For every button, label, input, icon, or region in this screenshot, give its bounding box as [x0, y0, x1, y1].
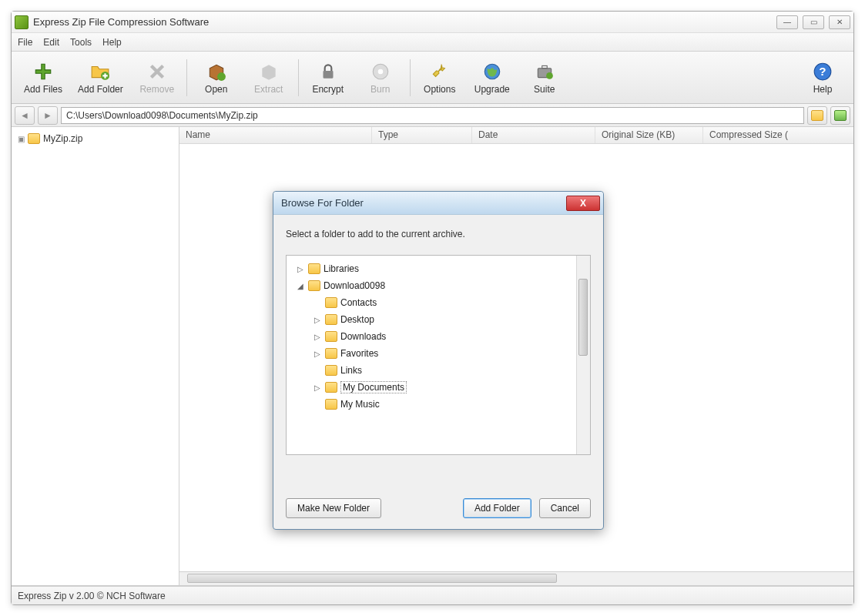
dialog-title: Browse For Folder	[281, 197, 566, 209]
dialog-instruction: Select a folder to add to the current ar…	[286, 229, 591, 239]
folder-tree-item[interactable]: ▷Favorites	[290, 345, 573, 362]
folder-icon	[325, 348, 337, 359]
tree-root-label: MyZip.zip	[43, 133, 82, 144]
close-button[interactable]: ✕	[829, 15, 850, 29]
extract-icon	[258, 61, 280, 82]
folder-tree-item[interactable]: ▷Downloads	[290, 328, 573, 345]
list-header: Name Type Date Original Size (KB) Compre…	[179, 127, 853, 144]
add-files-label: Add Files	[24, 84, 62, 95]
expander-icon[interactable]: ▷	[296, 265, 305, 273]
col-type[interactable]: Type	[372, 127, 472, 143]
svg-rect-7	[541, 65, 547, 68]
suite-button[interactable]: Suite	[518, 58, 571, 98]
expander-icon[interactable]: ▷	[313, 333, 322, 341]
folder-label: Libraries	[324, 263, 359, 274]
nav-back-button[interactable]: ◄	[15, 106, 35, 125]
dialog-body: Select a folder to add to the current ar…	[273, 215, 603, 489]
make-new-folder-button[interactable]: Make New Folder	[286, 498, 381, 518]
col-compressed-size[interactable]: Compressed Size (	[703, 127, 853, 143]
scrollbar-thumb[interactable]	[187, 574, 557, 583]
x-icon	[146, 61, 168, 82]
col-name[interactable]: Name	[179, 127, 372, 143]
svg-rect-2	[323, 70, 333, 78]
add-files-button[interactable]: Add Files	[16, 58, 70, 98]
help-button[interactable]: ? Help	[796, 58, 849, 98]
status-text: Express Zip v 2.00 © NCH Software	[18, 591, 166, 601]
expander-icon[interactable]: ◢	[296, 282, 305, 290]
folder-label: My Music	[340, 399, 380, 410]
lock-icon	[317, 61, 339, 82]
cancel-button[interactable]: Cancel	[539, 498, 591, 518]
box-open-icon	[206, 61, 227, 82]
options-label: Options	[424, 84, 455, 95]
folder-tree-item[interactable]: Links	[290, 362, 573, 379]
nav-forward-button[interactable]: ►	[38, 106, 58, 125]
folder-tree-item[interactable]: ▷My Documents	[290, 379, 573, 396]
remove-button: Remove	[131, 58, 183, 98]
folder-icon	[308, 263, 320, 274]
folder-icon	[811, 110, 823, 121]
folder-tree-item[interactable]: ◢Download0098	[290, 277, 573, 294]
expander-icon[interactable]: ▷	[313, 350, 322, 358]
folder-icon	[834, 110, 847, 121]
folder-label: My Documents	[340, 381, 407, 393]
path-input[interactable]	[61, 107, 804, 124]
folder-label: Contacts	[340, 297, 377, 308]
dialog-close-button[interactable]: X	[566, 196, 600, 211]
folder-label: Desktop	[340, 314, 374, 325]
svg-point-8	[546, 72, 553, 79]
folder-icon	[325, 314, 337, 325]
new-archive-button[interactable]	[807, 106, 827, 125]
col-date[interactable]: Date	[472, 127, 595, 143]
expander-icon[interactable]: ▷	[313, 383, 322, 392]
archive-tree: ▣ MyZip.zip	[12, 127, 179, 585]
menu-edit[interactable]: Edit	[43, 37, 59, 48]
folder-icon	[308, 280, 320, 291]
menu-file[interactable]: File	[18, 37, 32, 48]
vertical-scrollbar[interactable]	[576, 256, 590, 454]
folder-icon	[325, 382, 337, 393]
toolbar-separator	[298, 59, 299, 96]
minimize-button[interactable]: —	[776, 15, 798, 29]
svg-text:?: ?	[819, 65, 826, 78]
tree-root-item[interactable]: ▣ MyZip.zip	[15, 132, 176, 146]
scrollbar-thumb[interactable]	[578, 279, 588, 356]
horizontal-scrollbar[interactable]	[179, 571, 853, 585]
folder-label: Favorites	[340, 348, 378, 359]
svg-point-1	[217, 72, 226, 81]
menu-tools[interactable]: Tools	[70, 37, 92, 48]
folder-icon	[325, 297, 337, 308]
add-folder-label: Add Folder	[78, 84, 123, 95]
wrench-icon	[429, 61, 451, 82]
svg-point-4	[377, 69, 383, 74]
folder-tree-item[interactable]: Contacts	[290, 294, 573, 311]
options-button[interactable]: Options	[414, 58, 466, 98]
open-button[interactable]: Open	[190, 58, 243, 98]
expander-icon[interactable]: ▷	[313, 316, 322, 324]
open-archive-button[interactable]	[830, 106, 850, 125]
burn-button: Burn	[354, 58, 407, 98]
statusbar: Express Zip v 2.00 © NCH Software	[12, 586, 853, 604]
dialog-titlebar: Browse For Folder X	[273, 192, 603, 215]
burn-label: Burn	[370, 84, 390, 95]
add-folder-confirm-button[interactable]: Add Folder	[463, 498, 531, 518]
folder-tree-item[interactable]: ▷Desktop	[290, 311, 573, 328]
add-folder-button[interactable]: Add Folder	[70, 58, 131, 98]
globe-icon	[481, 61, 503, 82]
briefcase-icon	[534, 61, 555, 82]
encrypt-button[interactable]: Encrypt	[302, 58, 354, 98]
browse-folder-dialog: Browse For Folder X Select a folder to a…	[273, 191, 604, 530]
folder-label: Downloads	[340, 331, 386, 342]
folder-tree: ▷Libraries◢Download0098Contacts▷Desktop▷…	[286, 255, 591, 455]
help-label: Help	[813, 84, 833, 95]
menubar: File Edit Tools Help	[12, 33, 853, 52]
encrypt-label: Encrypt	[312, 84, 344, 95]
remove-label: Remove	[139, 84, 174, 95]
folder-tree-item[interactable]: ▷Libraries	[290, 260, 573, 277]
folder-tree-item[interactable]: My Music	[290, 396, 573, 413]
menu-help[interactable]: Help	[102, 37, 122, 48]
maximize-button[interactable]: ▭	[803, 15, 824, 29]
toolbar: Add Files Add Folder Remove Open Extract…	[12, 52, 853, 104]
upgrade-button[interactable]: Upgrade	[466, 58, 518, 98]
col-original-size[interactable]: Original Size (KB)	[595, 127, 703, 143]
